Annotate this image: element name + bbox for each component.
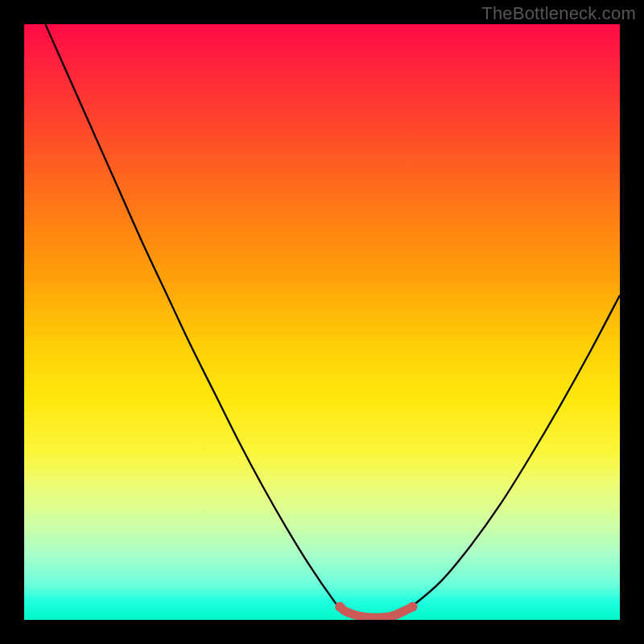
chart-container: TheBottleneck.com [0,0,644,644]
watermark-text: TheBottleneck.com [481,3,636,24]
plot-area [24,24,620,620]
